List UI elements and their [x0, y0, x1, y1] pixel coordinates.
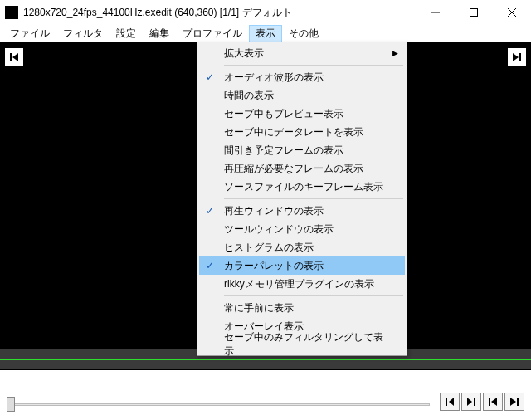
- close-button[interactable]: [493, 0, 531, 25]
- svg-marker-14: [510, 398, 516, 406]
- menu-entry-label: ヒストグラムの表示: [224, 241, 314, 255]
- go-end-button[interactable]: [504, 393, 524, 411]
- menu-entry[interactable]: ✓オーディオ波形の表示: [199, 68, 405, 86]
- svg-rect-11: [474, 398, 475, 406]
- menu-entry-label: セーブ中にデータレートを表示: [224, 125, 363, 139]
- menu-entry[interactable]: セーブ中にデータレートを表示: [199, 123, 405, 141]
- app-icon: [5, 6, 18, 19]
- menu-entry[interactable]: セーブ中もプレビュー表示: [199, 105, 405, 123]
- menu-bar: ファイルフィルタ設定編集プロファイル表示その他: [0, 25, 531, 42]
- timeline-track: [0, 359, 531, 360]
- svg-marker-13: [491, 398, 497, 406]
- menu-entry-label: 間引き予定フレームの表示: [224, 144, 343, 158]
- menu-item[interactable]: 表示: [249, 25, 282, 42]
- menu-separator: [224, 65, 403, 66]
- step-forward-button[interactable]: [461, 393, 481, 411]
- menu-entry-label: セーブ中もプレビュー表示: [224, 107, 343, 121]
- svg-rect-12: [489, 398, 490, 406]
- step-back-button[interactable]: [440, 393, 460, 411]
- window-title: 1280x720_24fps_44100Hz.exedit (640,360) …: [23, 6, 292, 20]
- check-icon: ✓: [206, 205, 214, 217]
- view-menu-dropdown: 拡大表示▶✓オーディオ波形の表示時間の表示セーブ中もプレビュー表示セーブ中にデー…: [197, 42, 407, 356]
- go-start-button[interactable]: [483, 393, 503, 411]
- check-icon: ✓: [206, 260, 214, 271]
- menu-item[interactable]: フィルタ: [56, 25, 110, 42]
- svg-rect-9: [446, 398, 447, 406]
- menu-entry-label: rikkyメモリ管理プラグインの表示: [224, 277, 374, 291]
- menu-entry-label: 時間の表示: [224, 89, 274, 103]
- menu-entry[interactable]: ✓再生ウィンドウの表示: [199, 202, 405, 220]
- menu-entry-label: カラーパレットの表示: [224, 259, 324, 273]
- svg-marker-5: [12, 53, 18, 61]
- svg-rect-4: [10, 53, 12, 61]
- check-icon: ✓: [206, 71, 214, 83]
- svg-marker-10: [467, 398, 472, 406]
- menu-entry-label: オーディオ波形の表示: [224, 71, 324, 85]
- minimize-button[interactable]: [417, 0, 455, 25]
- maximize-button[interactable]: [455, 0, 493, 25]
- menu-entry[interactable]: 拡大表示▶: [199, 44, 405, 62]
- menu-entry[interactable]: 時間の表示: [199, 86, 405, 105]
- menu-entry-label: セーブ中のみフィルタリングして表示: [224, 330, 388, 359]
- menu-entry[interactable]: rikkyメモリ管理プラグインの表示: [199, 275, 405, 293]
- title-bar: 1280x720_24fps_44100Hz.exedit (640,360) …: [0, 0, 531, 25]
- menu-item[interactable]: プロファイル: [176, 25, 249, 42]
- menu-entry-label: 常に手前に表示: [224, 301, 294, 315]
- menu-item[interactable]: ファイル: [3, 25, 56, 42]
- next-frame-button[interactable]: [508, 48, 526, 66]
- svg-rect-1: [470, 9, 478, 17]
- menu-entry[interactable]: 間引き予定フレームの表示: [199, 141, 405, 159]
- svg-marker-6: [513, 53, 519, 61]
- svg-marker-8: [449, 398, 454, 406]
- menu-entry-label: 再生ウィンドウの表示: [224, 204, 324, 218]
- playback-controls: [0, 383, 531, 420]
- prev-frame-button[interactable]: [5, 48, 23, 66]
- menu-entry[interactable]: 再圧縮が必要なフレームの表示: [199, 159, 405, 178]
- slider-track: [7, 403, 430, 406]
- menu-entry-label: ソースファイルのキーフレーム表示: [224, 180, 383, 194]
- menu-entry-label: ツールウィンドウの表示: [224, 222, 334, 237]
- menu-entry[interactable]: ヒストグラムの表示: [199, 238, 405, 256]
- menu-entry-label: 再圧縮が必要なフレームの表示: [224, 162, 363, 176]
- menu-entry[interactable]: ツールウィンドウの表示: [199, 220, 405, 238]
- menu-entry[interactable]: 常に手前に表示: [199, 299, 405, 317]
- menu-separator: [224, 198, 403, 199]
- slider-thumb[interactable]: [7, 397, 15, 412]
- svg-rect-7: [519, 53, 521, 61]
- menu-entry[interactable]: セーブ中のみフィルタリングして表示: [199, 335, 405, 354]
- menu-item[interactable]: 編集: [143, 25, 176, 42]
- menu-item[interactable]: その他: [282, 25, 325, 42]
- menu-item[interactable]: 設定: [110, 25, 143, 42]
- menu-entry[interactable]: ✓カラーパレットの表示: [199, 256, 405, 275]
- menu-entry[interactable]: ソースファイルのキーフレーム表示: [199, 178, 405, 196]
- seek-slider[interactable]: [7, 397, 430, 412]
- chevron-right-icon: ▶: [392, 49, 398, 57]
- menu-entry-label: 拡大表示: [224, 46, 264, 61]
- menu-separator: [224, 295, 403, 296]
- svg-rect-15: [517, 398, 519, 406]
